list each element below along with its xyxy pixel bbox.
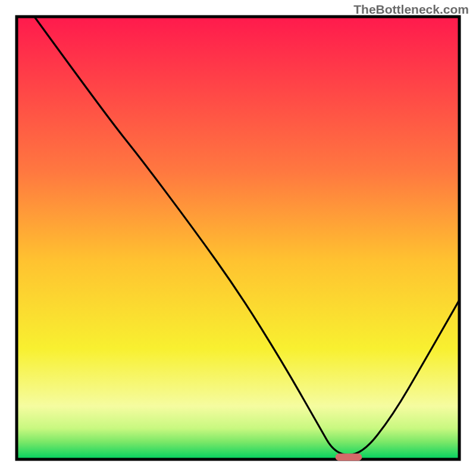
watermark-text: TheBottleneck.com <box>353 2 469 17</box>
bottleneck-chart <box>0 0 476 476</box>
optimal-marker <box>336 453 362 461</box>
chart-container: TheBottleneck.com <box>0 0 476 476</box>
